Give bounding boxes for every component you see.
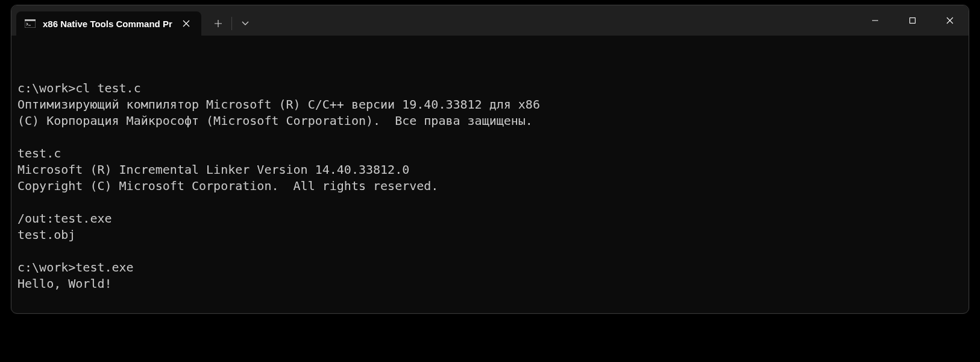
terminal-line: test.c: [17, 145, 963, 162]
minimize-button[interactable]: [856, 5, 894, 36]
titlebar-drag-area[interactable]: [259, 5, 856, 36]
chevron-down-icon: [242, 21, 249, 26]
terminal-line: c:\work>test.exe: [17, 259, 963, 276]
tab-active[interactable]: x86 Native Tools Command Pr: [16, 11, 201, 36]
svg-rect-8: [910, 18, 916, 24]
tab-actions: [205, 11, 259, 36]
maximize-icon: [909, 17, 916, 24]
terminal-output: c:\work>cl test.cОптимизирующий компилят…: [17, 80, 963, 292]
window-controls: [856, 5, 969, 36]
cmd-icon: [25, 18, 36, 29]
terminal-line: [17, 243, 963, 259]
svg-rect-1: [25, 19, 36, 21]
terminal-window: x86 Native Tools Command Pr: [11, 5, 969, 314]
plus-icon: [215, 20, 222, 27]
terminal-line: Microsoft (R) Incremental Linker Version…: [17, 162, 963, 178]
tab-close-button[interactable]: [180, 17, 193, 30]
terminal-line: test.obj: [17, 227, 963, 243]
terminal-line: (C) Корпорация Майкрософт (Microsoft Cor…: [17, 113, 963, 129]
close-button[interactable]: [931, 5, 969, 36]
terminal-line: Copyright (C) Microsoft Corporation. All…: [17, 178, 963, 194]
terminal-line: c:\work>cl test.c: [17, 80, 963, 97]
tab-dropdown-button[interactable]: [232, 11, 259, 36]
new-tab-button[interactable]: [205, 11, 231, 36]
minimize-icon: [872, 17, 879, 24]
terminal-line: Hello, World!: [17, 276, 963, 292]
tabs-area: x86 Native Tools Command Pr: [11, 5, 259, 36]
titlebar[interactable]: x86 Native Tools Command Pr: [11, 5, 969, 36]
close-icon: [946, 17, 953, 24]
terminal-line: /out:test.exe: [17, 211, 963, 227]
maximize-button[interactable]: [894, 5, 931, 36]
terminal-line: Оптимизирующий компилятор Microsoft (R) …: [17, 97, 963, 113]
tab-title: x86 Native Tools Command Pr: [43, 19, 172, 29]
terminal-line: [17, 194, 963, 211]
terminal-content[interactable]: c:\work>cl test.cОптимизирующий компилят…: [11, 36, 969, 313]
close-icon: [183, 20, 190, 27]
terminal-line: [17, 129, 963, 145]
